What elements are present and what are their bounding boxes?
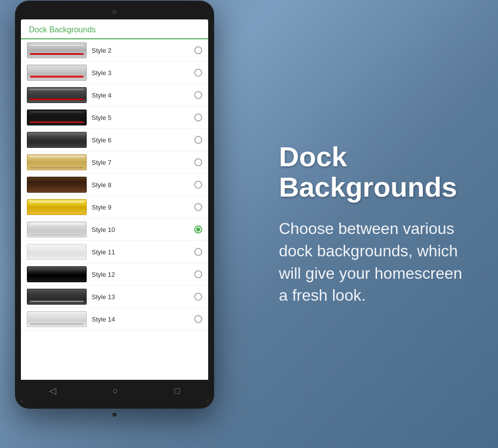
list-item[interactable]: Style 8 [21, 174, 208, 196]
dock-style-preview [27, 87, 87, 103]
style-label: Style 2 [92, 47, 194, 54]
dock-style-preview [27, 222, 87, 237]
list-item[interactable]: Style 4 [21, 84, 208, 107]
styles-list[interactable]: Style 2Style 3Style 4Style 5Style 6Style… [21, 39, 208, 380]
list-item[interactable]: Style 7 [21, 151, 208, 174]
tablet-reflection [20, 418, 209, 448]
dock-style-preview [27, 154, 87, 170]
radio-button[interactable] [194, 315, 202, 323]
promo-title: Dock Backgrounds [279, 141, 473, 203]
dock-style-preview [27, 42, 87, 58]
style-label: Style 10 [92, 226, 194, 233]
tablet-home-indicator [113, 413, 117, 417]
list-item[interactable]: Style 12 [21, 263, 208, 286]
dock-style-preview [27, 177, 87, 193]
list-item[interactable]: Style 6 [21, 129, 208, 151]
dock-style-preview [27, 110, 87, 125]
list-item[interactable]: Style 5 [21, 107, 208, 129]
list-item[interactable]: Style 13 [21, 286, 208, 308]
radio-button[interactable] [194, 203, 202, 211]
list-item[interactable]: Style 3 [21, 62, 208, 84]
style-label: Style 11 [92, 248, 194, 256]
radio-button[interactable] [194, 225, 202, 233]
camera-dot [112, 9, 117, 14]
radio-button[interactable] [194, 136, 202, 144]
list-item[interactable]: Style 11 [21, 241, 208, 263]
style-label: Style 6 [92, 136, 194, 144]
nav-recents-button[interactable]: □ [174, 386, 180, 396]
style-label: Style 9 [92, 204, 194, 211]
radio-button[interactable] [194, 248, 202, 256]
dock-style-preview [27, 65, 87, 81]
promo-panel: Dock Backgrounds Choose between various … [254, 0, 498, 448]
tablet-screen: Dock Backgrounds Style 2Style 3Style 4St… [21, 19, 208, 402]
radio-button[interactable] [194, 91, 202, 99]
android-nav-bar: ◁ ○ □ [21, 380, 208, 402]
app-header: Dock Backgrounds [21, 19, 208, 39]
list-item[interactable]: Style 10 [21, 219, 208, 241]
radio-button[interactable] [194, 158, 202, 166]
dock-style-preview [27, 289, 87, 305]
list-item[interactable]: Style 2 [21, 39, 208, 62]
nav-home-button[interactable]: ○ [113, 386, 118, 396]
dock-style-preview [27, 266, 87, 282]
app-title: Dock Backgrounds [29, 25, 96, 34]
dock-style-preview [27, 311, 87, 327]
style-label: Style 5 [92, 114, 194, 121]
style-label: Style 13 [92, 293, 194, 301]
dock-style-preview [27, 199, 87, 215]
style-label: Style 3 [92, 69, 194, 77]
list-item[interactable]: Style 14 [21, 308, 208, 331]
dock-style-preview [27, 132, 87, 148]
list-item[interactable]: Style 9 [21, 196, 208, 219]
dock-style-preview [27, 244, 87, 260]
nav-back-button[interactable]: ◁ [49, 385, 56, 396]
radio-button[interactable] [194, 113, 202, 121]
radio-button[interactable] [194, 270, 202, 278]
style-label: Style 7 [92, 159, 194, 166]
promo-body: Choose between various dock backgrounds,… [279, 218, 473, 307]
radio-button[interactable] [194, 293, 202, 301]
style-label: Style 14 [92, 316, 194, 323]
style-label: Style 8 [92, 181, 194, 189]
tablet-frame: Dock Backgrounds Style 2Style 3Style 4St… [15, 0, 214, 409]
tablet-device: Dock Backgrounds Style 2Style 3Style 4St… [15, 0, 214, 448]
radio-button[interactable] [194, 69, 202, 77]
radio-button[interactable] [194, 46, 202, 54]
radio-button[interactable] [194, 181, 202, 189]
style-label: Style 12 [92, 271, 194, 278]
style-label: Style 4 [92, 92, 194, 99]
